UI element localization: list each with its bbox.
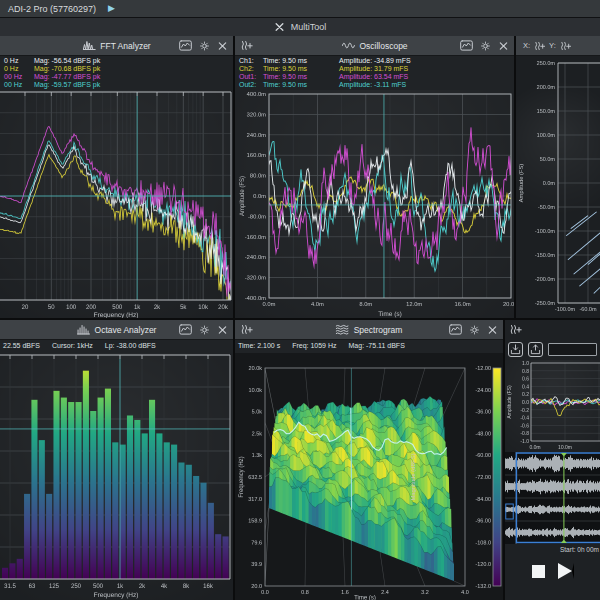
fft-analyzer-panel: FFT Analyzer 0 HzMag: -56.54 dBFS pk 0 H…	[0, 36, 233, 318]
spectrogram-freq: Freq: 1059 Hz	[292, 342, 336, 353]
octave-chart[interactable]	[0, 353, 233, 600]
export-file-button[interactable]	[528, 342, 543, 357]
close-icon[interactable]	[498, 41, 509, 51]
fft-readings: 0 HzMag: -56.54 dBFS pk 0 HzMag: -70.68 …	[0, 56, 233, 90]
octave-cursor: Cursor: 1kHz	[52, 342, 93, 353]
xy-x-label: X:	[523, 41, 530, 50]
osc-reading-ch2: Ch2:Time: 9.50 msAmplitude: 31.79 mFS	[239, 65, 514, 73]
fft-reading-ch1: 0 HzMag: -56.54 dBFS pk	[4, 57, 233, 65]
octave-lp: Lp: -38.00 dBFS	[105, 342, 156, 353]
recorder-header	[505, 320, 600, 338]
oscilloscope-icon	[341, 40, 354, 51]
window-title-bar: MultiTool	[0, 18, 600, 36]
multitool-logo-icon	[274, 22, 285, 32]
start-time-label: Start: 0h 00m	[505, 546, 600, 558]
spectrogram-mag: Mag: -75.11 dBFS	[349, 342, 405, 353]
spectrogram-panel-title: Spectrogram	[354, 325, 403, 335]
oscilloscope-readings: Ch1:Time: 9.50 msAmplitude: -34.89 mFS C…	[235, 56, 514, 90]
close-icon[interactable]	[217, 325, 228, 335]
oscilloscope-panel-header: Oscilloscope	[235, 36, 514, 56]
oscilloscope-panel-title: Oscilloscope	[359, 41, 407, 51]
chart-style-icon[interactable]	[449, 324, 462, 335]
spectrogram-icon	[336, 324, 349, 335]
xy-panel-header: X: Y:	[516, 36, 600, 56]
fft-reading-out1: 00 HzMag: -47.77 dBFS pk	[4, 73, 233, 81]
fft-reading-ch2: 0 HzMag: -70.68 dBFS pk	[4, 65, 233, 73]
y-signal-select-icon[interactable]	[560, 41, 571, 51]
spectrogram-time: Time: 2.100 s	[238, 342, 280, 353]
fft-panel-header: FFT Analyzer	[0, 36, 233, 56]
gear-icon[interactable]	[199, 325, 210, 335]
fft-panel-title: FFT Analyzer	[100, 41, 150, 51]
osc-reading-out2: Out2:Time: 9.50 msAmplitude: -3.11 mFS	[239, 81, 514, 89]
transport-controls	[505, 558, 600, 579]
spectrogram-status: Time: 2.100 s Freq: 1059 Hz Mag: -75.11 …	[235, 340, 503, 353]
chart-style-icon[interactable]	[179, 40, 192, 51]
fft-reading-out2: 00 HzMag: -59.57 dBFS pk	[4, 81, 233, 89]
osc-reading-ch1: Ch1:Time: 9.50 msAmplitude: -34.89 mFS	[239, 57, 514, 65]
gear-icon[interactable]	[469, 325, 480, 335]
import-file-button[interactable]	[508, 342, 523, 357]
add-signal-icon[interactable]	[240, 40, 253, 51]
recorder-panel: Start: 0h 00m	[505, 320, 600, 600]
stop-button[interactable]	[532, 565, 545, 578]
octave-panel-header: Octave Analyzer	[0, 320, 233, 340]
xy-plot-panel: X: Y:	[516, 36, 600, 318]
xy-chart[interactable]	[516, 56, 600, 318]
device-title-bar: ADI-2 Pro (57760297) ▶	[0, 0, 600, 18]
file-name-input[interactable]	[548, 343, 597, 356]
spectrogram-panel-header: Spectrogram	[235, 320, 503, 340]
fft-chart[interactable]	[0, 90, 233, 318]
play-button[interactable]	[558, 563, 574, 579]
xy-y-label: Y:	[549, 41, 556, 50]
octave-bars-icon	[77, 324, 90, 335]
recorder-toolbar	[505, 338, 600, 360]
close-icon[interactable]	[487, 325, 498, 335]
osc-reading-out1: Out1:Time: 9.50 msAmplitude: 63.54 mFS	[239, 73, 514, 81]
octave-status: 22.55 dBFS Cursor: 1kHz Lp: -38.00 dBFS	[0, 340, 233, 353]
spectrogram-panel: Spectrogram Time: 2.100 s Freq: 1059 Hz …	[235, 320, 503, 600]
oscilloscope-panel: Oscilloscope Ch1:Time: 9.50 msAmplitude:…	[235, 36, 514, 318]
fft-icon	[82, 40, 95, 51]
spectrogram-chart[interactable]	[235, 353, 503, 600]
window-title: MultiTool	[291, 22, 327, 32]
close-icon[interactable]	[217, 41, 228, 51]
device-title: ADI-2 Pro (57760297)	[8, 4, 96, 14]
gear-icon[interactable]	[480, 41, 491, 51]
add-signal-icon[interactable]	[240, 324, 253, 335]
octave-panel-title: Octave Analyzer	[95, 325, 157, 335]
chart-style-icon[interactable]	[179, 324, 192, 335]
amplitude-mini-chart[interactable]	[505, 360, 600, 452]
octave-analyzer-panel: Octave Analyzer 22.55 dBFS Cursor: 1kHz …	[0, 320, 233, 600]
chart-style-icon[interactable]	[460, 40, 473, 51]
gear-icon[interactable]	[199, 41, 210, 51]
add-signal-icon[interactable]	[509, 324, 522, 335]
octave-level: 22.55 dBFS	[3, 342, 40, 353]
multitool-app: ADI-2 Pro (57760297) ▶ MultiTool FFT Ana…	[0, 0, 600, 600]
device-play-button[interactable]: ▶	[108, 4, 115, 13]
x-signal-select-icon[interactable]	[534, 41, 545, 51]
oscilloscope-chart[interactable]	[235, 90, 514, 318]
waveform-overview[interactable]	[505, 452, 600, 544]
